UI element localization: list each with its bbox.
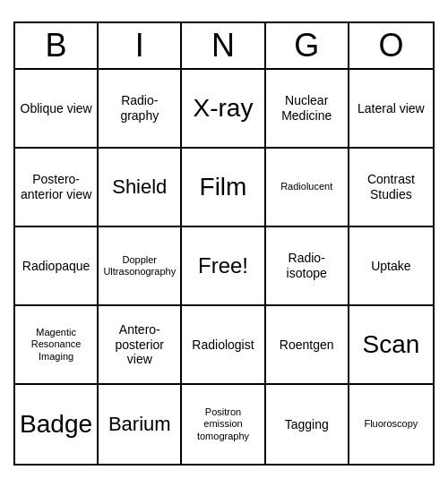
bingo-cell-13: Radio-isotope [266, 227, 349, 306]
bingo-cell-23: Tagging [266, 385, 349, 464]
bingo-cell-20: Badge [15, 385, 99, 464]
bingo-header: BINGO [15, 23, 433, 70]
bingo-cell-8: Radiolucent [266, 149, 349, 227]
bingo-cell-22: Positron emission tomography [182, 385, 265, 464]
bingo-cell-24: Fluoroscopy [349, 385, 433, 464]
bingo-cell-14: Uptake [349, 227, 433, 306]
bingo-cell-19: Scan [349, 306, 433, 385]
bingo-cell-0: Oblique view [15, 70, 99, 149]
header-letter-b: B [15, 23, 99, 68]
bingo-cell-1: Radio-graphy [99, 70, 182, 149]
header-letter-g: G [266, 23, 349, 68]
bingo-grid: Oblique viewRadio-graphyX-rayNuclear Med… [15, 70, 433, 464]
bingo-cell-15: Magentic Resonance Imaging [15, 306, 99, 385]
bingo-cell-7: Film [182, 149, 265, 227]
bingo-cell-6: Shield [99, 149, 182, 227]
header-letter-n: N [182, 23, 265, 68]
bingo-cell-2: X-ray [182, 70, 265, 149]
bingo-cell-16: Antero-posterior view [99, 306, 182, 385]
bingo-cell-21: Barium [99, 385, 182, 464]
header-letter-o: O [349, 23, 433, 68]
bingo-cell-4: Lateral view [349, 70, 433, 149]
bingo-cell-17: Radiologist [182, 306, 265, 385]
bingo-cell-3: Nuclear Medicine [266, 70, 349, 149]
bingo-cell-18: Roentgen [266, 306, 349, 385]
bingo-cell-11: Doppler Ultrasonography [99, 227, 182, 306]
bingo-cell-10: Radiopaque [15, 227, 99, 306]
bingo-cell-9: Contrast Studies [349, 149, 433, 227]
header-letter-i: I [99, 23, 182, 68]
bingo-cell-12: Free! [182, 227, 265, 306]
bingo-cell-5: Postero-anterior view [15, 149, 99, 227]
bingo-card: BINGO Oblique viewRadio-graphyX-rayNucle… [13, 21, 435, 466]
